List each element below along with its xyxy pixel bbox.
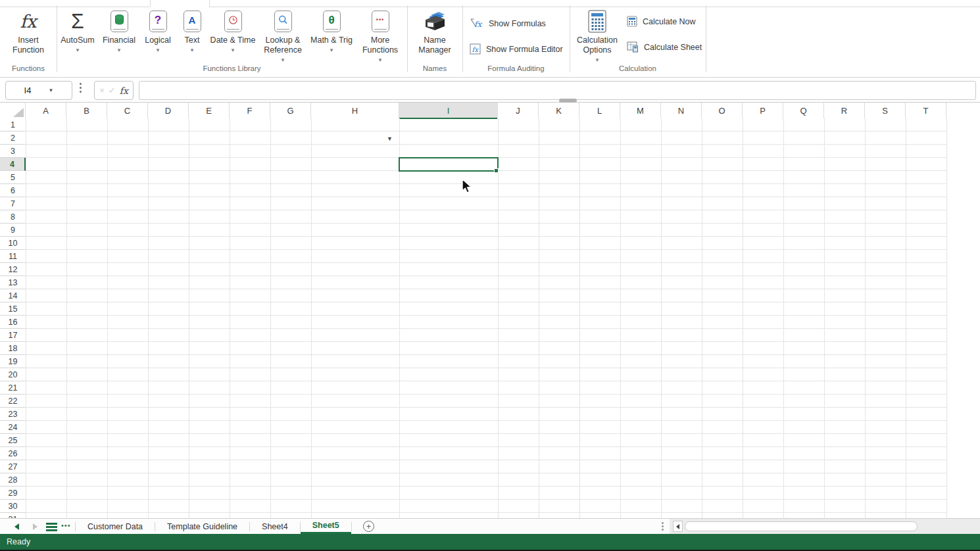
row-header-27[interactable]: 27 — [0, 460, 26, 473]
show-formula-editor-button[interactable]: fx Show Formula Editor — [470, 43, 563, 55]
excel-window: Functions Functions Library Names Formul… — [0, 0, 980, 551]
calculation-options-button[interactable]: Calculation Options ▾ — [572, 7, 623, 63]
row-header-31[interactable]: 31 — [0, 513, 26, 518]
column-header-L[interactable]: L — [579, 103, 620, 118]
column-header-B[interactable]: B — [66, 103, 107, 118]
dropdown-caret-icon: ▾ — [118, 47, 121, 53]
row-header-12[interactable]: 12 — [0, 263, 26, 276]
row-header-25[interactable]: 25 — [0, 434, 26, 447]
row-header-6[interactable]: 6 — [0, 184, 26, 197]
logical-button[interactable]: ? Logical ▾ — [139, 7, 176, 53]
row-header-8[interactable]: 8 — [0, 210, 26, 224]
row-header-3[interactable]: 3 — [0, 145, 26, 158]
column-header-H[interactable]: H — [311, 103, 399, 118]
dropdown-caret-icon: ▾ — [330, 47, 333, 53]
column-header-Q[interactable]: Q — [783, 103, 824, 118]
row-header-7[interactable]: 7 — [0, 197, 26, 210]
autosum-button[interactable]: Σ AutoSum ▾ — [57, 7, 99, 53]
row-header-16[interactable]: 16 — [0, 316, 26, 329]
row-header-28[interactable]: 28 — [0, 473, 26, 487]
scrollbar-drag-dots-icon[interactable] — [662, 522, 664, 531]
row-header-11[interactable]: 11 — [0, 250, 26, 263]
row-header-18[interactable]: 18 — [0, 342, 26, 355]
group-divider — [462, 5, 463, 72]
column-header-F[interactable]: F — [230, 103, 270, 118]
sheet-tab-sheet4[interactable]: Sheet4 — [250, 519, 300, 534]
row-header-23[interactable]: 23 — [0, 408, 26, 421]
column-header-E[interactable]: E — [189, 103, 230, 118]
magnifier-book-icon — [274, 11, 292, 32]
row-header-14[interactable]: 14 — [0, 289, 26, 302]
grid-body[interactable]: 1234567891011121314151617181920212223242… — [0, 118, 980, 518]
lookup-reference-button[interactable]: Lookup & Reference ▾ — [258, 7, 308, 63]
column-header-M[interactable]: M — [620, 103, 661, 118]
mouse-cursor — [462, 179, 474, 197]
sheet-tab-sheet5[interactable]: Sheet5 — [301, 519, 351, 534]
row-header-10[interactable]: 10 — [0, 237, 26, 250]
active-tab-left-edge — [150, 0, 151, 7]
text-button[interactable]: A Text ▾ — [175, 7, 209, 53]
sheet-tab-customer-data[interactable]: Customer Data — [76, 519, 155, 534]
row-header-21[interactable]: 21 — [0, 381, 26, 395]
column-header-S[interactable]: S — [865, 103, 906, 118]
row-header-15[interactable]: 15 — [0, 302, 26, 316]
column-header-J[interactable]: J — [498, 103, 539, 118]
data-validation-dropdown-icon[interactable]: ▼ — [387, 135, 393, 142]
row-header-5[interactable]: 5 — [0, 171, 26, 184]
name-box[interactable]: I4 ▼ — [5, 81, 72, 100]
insert-function-fx-icon[interactable]: fx — [120, 85, 128, 96]
column-header-R[interactable]: R — [824, 103, 865, 118]
add-sheet-button[interactable]: + — [363, 521, 374, 532]
show-formulas-button[interactable]: fx Show Formulas — [470, 18, 546, 29]
row-header-30[interactable]: 30 — [0, 500, 26, 513]
date-time-button[interactable]: Date & Time ▾ — [209, 7, 257, 53]
row-header-24[interactable]: 24 — [0, 421, 26, 434]
column-header-C[interactable]: C — [107, 103, 148, 118]
scrollbar-left-button[interactable] — [673, 521, 683, 532]
cancel-icon[interactable]: × — [99, 85, 105, 95]
financial-button[interactable]: Financial ▾ — [99, 7, 139, 53]
horizontal-scrollbar-thumb[interactable] — [685, 521, 918, 531]
column-header-K[interactable]: K — [539, 103, 579, 118]
insert-function-button[interactable]: fx Insert Function — [5, 7, 51, 55]
more-functions-button[interactable]: ••• More Functions ▾ — [358, 7, 403, 63]
confirm-icon[interactable]: ✓ — [109, 85, 116, 95]
column-header-A[interactable]: A — [26, 103, 66, 118]
row-header-20[interactable]: 20 — [0, 368, 26, 381]
column-header-I[interactable]: I — [399, 103, 498, 118]
name-manager-label: Name Manager — [414, 36, 456, 55]
scroll-tabs-right-icon[interactable] — [33, 523, 37, 530]
namebox-caret-icon[interactable]: ▼ — [48, 87, 53, 93]
row-header-4[interactable]: 4 — [0, 158, 26, 171]
column-header-D[interactable]: D — [148, 103, 189, 118]
sheet-list-menu-icon[interactable] — [46, 523, 57, 531]
row-header-29[interactable]: 29 — [0, 487, 26, 500]
calculate-sheet-button[interactable]: Calculate Sheet — [627, 41, 702, 53]
calculate-now-button[interactable]: Calculate Now — [627, 16, 696, 27]
column-header-G[interactable]: G — [270, 103, 311, 118]
formula-bar-drag-handle[interactable] — [80, 83, 82, 93]
row-header-17[interactable]: 17 — [0, 329, 26, 342]
row-header-22[interactable]: 22 — [0, 395, 26, 408]
column-header-N[interactable]: N — [661, 103, 702, 118]
row-header-9[interactable]: 9 — [0, 224, 26, 237]
row-header-1[interactable]: 1 — [0, 118, 26, 132]
scroll-tabs-left-icon[interactable] — [14, 523, 19, 530]
math-trig-button[interactable]: θ Math & Trig ▾ — [308, 7, 355, 53]
column-header-P[interactable]: P — [743, 103, 783, 118]
column-header-O[interactable]: O — [702, 103, 743, 118]
row-header-13[interactable]: 13 — [0, 276, 26, 289]
more-tabs-ellipsis-icon[interactable]: ••• — [61, 521, 71, 529]
formula-input[interactable] — [139, 81, 976, 100]
row-header-26[interactable]: 26 — [0, 447, 26, 460]
name-manager-button[interactable]: Name Manager — [414, 7, 456, 55]
column-header-T[interactable]: T — [906, 103, 946, 118]
sheet-tab-template-guideline[interactable]: Template Guideline — [155, 519, 249, 534]
fill-handle[interactable] — [494, 168, 499, 173]
select-all-corner[interactable] — [0, 103, 26, 118]
financial-book-icon — [110, 11, 128, 32]
mini-scrollbar-thumb[interactable] — [559, 99, 577, 103]
row-header-19[interactable]: 19 — [0, 355, 26, 368]
clock-book-icon — [224, 11, 242, 32]
row-header-2[interactable]: 2 — [0, 132, 26, 145]
